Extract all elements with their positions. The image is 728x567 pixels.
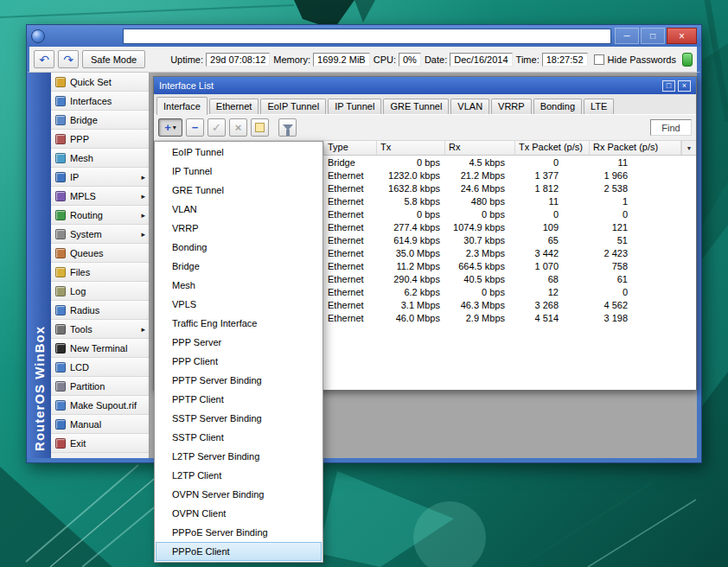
find-button[interactable]: Find <box>650 119 692 136</box>
close-icon[interactable]: × <box>678 80 691 92</box>
column-selector-button[interactable]: ▼ <box>681 141 696 155</box>
sidebar-item-label: Bridge <box>70 115 98 125</box>
menu-item[interactable]: Bridge <box>156 257 322 276</box>
sidebar-item[interactable]: Tools ▸ <box>51 320 149 339</box>
sidebar-item[interactable]: Bridge ▸ <box>51 111 149 130</box>
remove-button[interactable]: − <box>186 118 204 137</box>
cell-tx-packet: 1 377 <box>515 170 590 181</box>
menu-item[interactable]: EoIP Tunnel <box>156 143 322 162</box>
cell-type: Ethernet <box>324 209 377 220</box>
tab[interactable]: Ethernet <box>209 99 259 114</box>
menu-item[interactable]: PPP Server <box>156 333 322 352</box>
restore-button[interactable]: □ <box>662 80 675 92</box>
sidebar-item[interactable]: Mesh ▸ <box>51 149 149 168</box>
routeros-winbox-brand: RouterOS WinBox <box>27 73 51 458</box>
maximize-button[interactable]: □ <box>641 28 665 44</box>
enable-button[interactable]: ✓ <box>208 118 226 137</box>
menu-item[interactable]: Traffic Eng Interface <box>156 314 322 333</box>
sidebar-item[interactable]: Log ▸ <box>51 282 149 301</box>
column-header-rx-packet[interactable]: Rx Packet (p/s) <box>590 141 681 155</box>
hide-passwords-checkbox[interactable] <box>594 54 604 65</box>
tab[interactable]: LTE <box>584 99 614 114</box>
sidebar-item[interactable]: Routing ▸ <box>51 206 149 225</box>
column-header-tx[interactable]: Tx <box>377 141 445 155</box>
tab[interactable]: Bonding <box>533 99 582 114</box>
menu-item[interactable]: IP Tunnel <box>156 162 322 181</box>
sidebar-item[interactable]: Partition ▸ <box>51 377 149 396</box>
safe-mode-button[interactable]: Safe Mode <box>82 50 145 68</box>
menu-item[interactable]: PPTP Server Binding <box>156 371 322 390</box>
cell-rx: 40.5 kbps <box>445 274 515 284</box>
menu-item[interactable]: SSTP Client <box>156 428 322 447</box>
stat-pair: Time: 18:27:52 <box>516 53 588 67</box>
menu-item[interactable]: GRE Tunnel <box>156 181 322 200</box>
menu-item[interactable]: VPLS <box>156 295 322 314</box>
menu-item[interactable]: PPP Client <box>156 352 322 371</box>
sidebar-item[interactable]: IP ▸ <box>51 168 149 187</box>
sidebar-item[interactable]: Manual ▸ <box>51 415 149 434</box>
redo-button[interactable]: ↷ <box>58 50 79 68</box>
comment-button[interactable] <box>251 118 269 137</box>
sidebar-item[interactable]: New Terminal ▸ <box>51 339 149 358</box>
undo-button[interactable]: ↶ <box>34 50 54 68</box>
minimize-button[interactable]: ─ <box>615 28 639 44</box>
filter-button[interactable] <box>278 118 297 137</box>
window-controls: ─ □ × <box>615 28 697 44</box>
column-header-type[interactable]: Type <box>324 141 377 155</box>
menu-item[interactable]: PPPoE Client <box>156 542 322 561</box>
close-button[interactable]: × <box>667 28 697 44</box>
menu-item[interactable]: VRRP <box>156 219 322 238</box>
sidebar-item[interactable]: PPP ▸ <box>51 130 149 149</box>
interface-list-title-bar[interactable]: Interface List □ × <box>154 77 696 94</box>
sidebar-item[interactable]: Interfaces ▸ <box>51 92 149 111</box>
add-interface-menu: EoIP Tunnel IP Tunnel GRE Tunnel VLAN VR… <box>154 141 323 563</box>
sidebar-item[interactable]: MPLS ▸ <box>51 187 149 206</box>
menu-item[interactable]: OVPN Client <box>156 504 322 523</box>
menu-item[interactable]: L2TP Server Binding <box>156 447 322 466</box>
sidebar-item[interactable]: LCD ▸ <box>51 358 149 377</box>
tab[interactable]: IP Tunnel <box>328 99 381 114</box>
disable-button[interactable]: × <box>229 118 247 137</box>
stat-value: 0% <box>399 53 421 67</box>
menu-item[interactable]: Mesh <box>156 276 322 295</box>
column-header-tx-packet[interactable]: Tx Packet (p/s) <box>515 141 590 155</box>
stat-pair: Memory: 1699.2 MiB <box>273 53 369 67</box>
stat-value: 1699.2 MiB <box>313 53 370 67</box>
cell-rx-packet: 2 538 <box>590 183 681 194</box>
sidebar-item[interactable]: System ▸ <box>51 225 149 244</box>
hide-passwords-control: Hide Passwords <box>594 54 676 65</box>
cell-rx-packet: 11 <box>590 157 681 168</box>
menu-item[interactable]: OVPN Server Binding <box>156 485 322 504</box>
sidebar-item[interactable]: Files ▸ <box>51 263 149 282</box>
menu-item[interactable]: PPPoE Server Binding <box>156 523 322 542</box>
sidebar-item-label: IP <box>70 172 79 182</box>
sidebar-item[interactable]: Radius ▸ <box>51 301 149 320</box>
tab[interactable]: Interface <box>156 97 208 115</box>
cell-rx-packet: 51 <box>590 235 681 245</box>
menu-item[interactable]: PPTP Client <box>156 390 322 409</box>
tab[interactable]: EoIP Tunnel <box>260 99 326 114</box>
menu-item[interactable]: L2TP Client <box>156 466 322 485</box>
column-header-rx[interactable]: Rx <box>445 141 515 155</box>
hide-passwords-label: Hide Passwords <box>608 54 676 65</box>
sidebar-item[interactable]: Queues ▸ <box>51 244 149 263</box>
cell-tx: 11.2 Mbps <box>377 261 445 271</box>
sidebar-item[interactable]: Exit ▸ <box>51 434 149 453</box>
cell-rx-packet: 0 <box>590 287 681 297</box>
sidebar-item[interactable]: Make Supout.rif ▸ <box>51 396 149 415</box>
menu-item[interactable]: VLAN <box>156 200 322 219</box>
menu-item[interactable]: SSTP Server Binding <box>156 409 322 428</box>
tab[interactable]: VRRP <box>491 99 532 114</box>
connect-address-field[interactable] <box>123 29 611 44</box>
sidebar-item-label: PPP <box>70 134 89 144</box>
cell-rx: 4.5 kbps <box>445 157 515 168</box>
plus-icon: + <box>164 121 171 134</box>
cell-rx: 0 bps <box>445 287 515 297</box>
menu-item[interactable]: Bonding <box>156 238 322 257</box>
tab[interactable]: GRE Tunnel <box>383 99 449 114</box>
sidebar-item[interactable]: Quick Set ▸ <box>51 73 149 92</box>
child-window-controls: □ × <box>662 80 691 92</box>
title-bar[interactable]: ─ □ × <box>27 25 701 47</box>
tab[interactable]: VLAN <box>450 99 489 114</box>
add-interface-button[interactable]: + ▾ <box>158 118 182 137</box>
